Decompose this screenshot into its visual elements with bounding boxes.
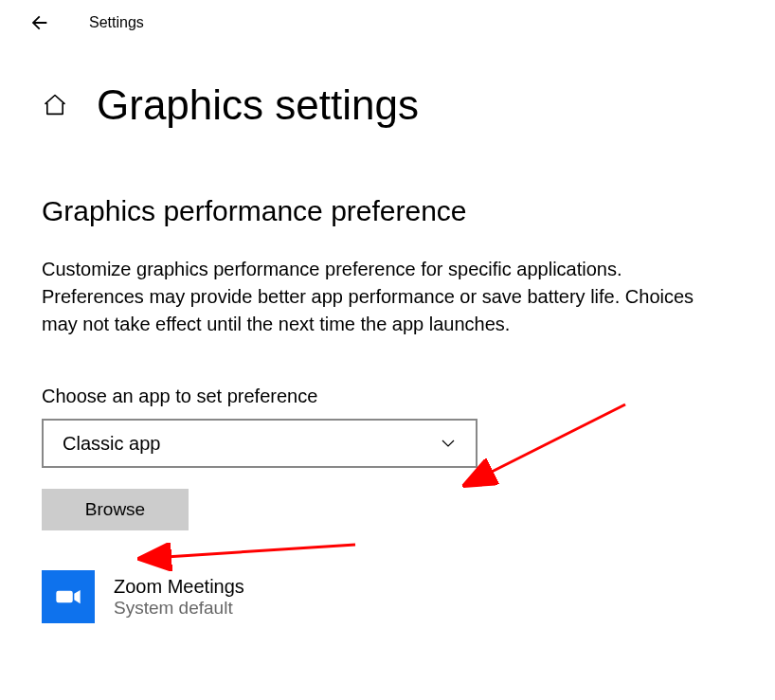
header-settings-label: Settings bbox=[89, 14, 144, 31]
dropdown-value: Classic app bbox=[63, 433, 160, 455]
arrow-left-icon bbox=[29, 12, 50, 33]
browse-button[interactable]: Browse bbox=[42, 489, 189, 530]
section-description: Customize graphics performance preferenc… bbox=[42, 256, 724, 338]
app-name: Zoom Meetings bbox=[114, 576, 244, 598]
chevron-down-icon bbox=[440, 435, 457, 452]
zoom-icon bbox=[42, 570, 95, 623]
svg-rect-0 bbox=[56, 591, 72, 603]
app-list-item[interactable]: Zoom Meetings System default bbox=[42, 570, 733, 623]
app-subtext: System default bbox=[114, 598, 244, 619]
app-type-dropdown[interactable]: Classic app bbox=[42, 419, 478, 468]
section-heading: Graphics performance preference bbox=[42, 195, 733, 227]
choose-app-label: Choose an app to set preference bbox=[42, 386, 733, 407]
page-title: Graphics settings bbox=[97, 81, 419, 129]
home-icon[interactable] bbox=[42, 92, 68, 118]
back-button[interactable] bbox=[28, 11, 51, 34]
